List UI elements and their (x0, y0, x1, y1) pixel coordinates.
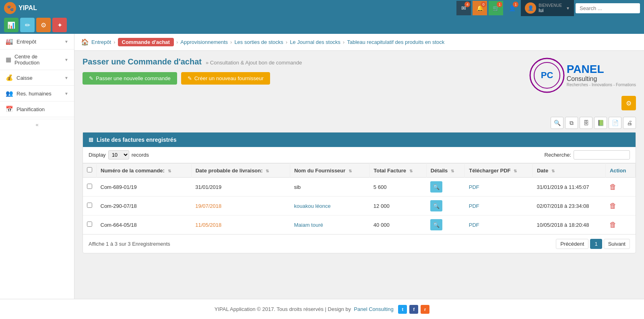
sidebar-item-planning[interactable]: 📅 Planification (0, 102, 74, 117)
breadcrumb-appro[interactable]: Approvisionnements (180, 39, 228, 45)
new-supplier-icon: ✎ (188, 75, 192, 81)
col-date-label: Date (537, 168, 548, 174)
row3-total: 40 000 (369, 215, 426, 234)
records-label: records (132, 152, 149, 158)
facebook-button[interactable]: f (409, 305, 418, 314)
sidebar-label-rh: Res. humaines (17, 91, 52, 97)
col-date-sort[interactable]: ⇅ (551, 169, 555, 173)
row2-checkbox[interactable] (87, 203, 92, 208)
sidebar-item-entrepot[interactable]: 🏭 Entrepôt ▼ (0, 34, 74, 50)
breadcrumb-journal[interactable]: Le Journal des stocks (290, 39, 341, 45)
row2-delete-button[interactable]: 🗑 (609, 202, 617, 210)
sidebar-label-production: Centre de Production (14, 54, 61, 66)
col-pdf-sort[interactable]: ⇅ (514, 169, 517, 173)
select-all-checkbox[interactable] (87, 167, 92, 172)
notifications-button[interactable]: 🔔 0 (473, 1, 487, 15)
search-label: Recherche: (545, 152, 571, 158)
col-checkbox (83, 164, 97, 178)
row3-action: 🗑 (605, 215, 635, 234)
company-logo: PC PANEL Consulting Recherches - Innovat… (529, 57, 636, 93)
entrepot-icon: 🏭 (6, 38, 13, 45)
notifications-badge: 0 (481, 2, 486, 7)
messages-badge: 4 (464, 2, 470, 7)
col-numero-sort[interactable]: ⇅ (168, 169, 171, 173)
logo-sub: Recherches - Innovations - Formations (567, 83, 636, 87)
next-button[interactable]: Suivant (604, 239, 630, 249)
toolbar-icons: 📊 ✏ ⚙ ✦ (0, 16, 644, 34)
sidebar-item-rh[interactable]: 👥 Res. humaines ▼ (0, 86, 74, 102)
cart-button[interactable]: 🛒 1 (489, 1, 503, 15)
col-action-label: Action (610, 168, 626, 174)
page-title-section: Passer une Commande d'achat » Consultati… (83, 57, 302, 91)
tbl-db-button[interactable]: 🗄 (580, 117, 592, 129)
row2-date-livraison: 19/07/2018 (191, 197, 290, 215)
row1-fournisseur: sib (290, 178, 369, 197)
row3-pdf[interactable]: PDF (465, 215, 533, 234)
new-supplier-button[interactable]: ✎ Créer un nouveau fournisseur (181, 72, 270, 85)
col-date-livraison-label: Date probable de livraison: (196, 168, 263, 174)
col-numero: Numéro de la commande: ⇅ (97, 164, 192, 178)
table-search-input[interactable] (574, 150, 630, 160)
sidebar: 🏭 Entrepôt ▼ ▦ Centre de Production ▼ 💰 … (0, 34, 74, 299)
row3-checkbox[interactable] (87, 222, 92, 227)
logo-consulting: Consulting (567, 75, 636, 83)
breadcrumb-commande[interactable]: Commande d'achat (118, 38, 174, 46)
toolbar-chart-button[interactable]: 📊 (4, 18, 19, 32)
entrepot-arrow-icon: ▼ (64, 39, 68, 44)
row2-fournisseur: kouakou léonce (290, 197, 369, 215)
row1-delete-button[interactable]: 🗑 (609, 183, 617, 191)
col-total-sort[interactable]: ⇅ (409, 169, 413, 173)
row2-checkbox-cell (83, 197, 97, 215)
prev-button[interactable]: Précédent (556, 239, 588, 249)
table-row: Com-689-01/19 31/01/2019 sib 5 600 🔍 PDF… (83, 178, 636, 197)
breadcrumb-tableau[interactable]: Tableau recapitulatif des produits en st… (347, 39, 444, 45)
breadcrumb-sep-4: › (343, 39, 345, 45)
twitter-button[interactable]: t (398, 305, 407, 314)
breadcrumb: 🏠 Entrepôt › Commande d'achat › Approvis… (74, 34, 644, 51)
tbl-search-button[interactable]: 🔍 (551, 117, 564, 129)
col-date-livraison-sort[interactable]: ⇅ (266, 169, 269, 173)
page-1-button[interactable]: 1 (590, 239, 602, 249)
search-control: Recherche: (545, 150, 630, 160)
row3-detail-button[interactable]: 🔍 (430, 219, 442, 230)
pagination-info: Affiche 1 à 3 sur 3 Enregistrements (89, 241, 170, 247)
row2-details: 🔍 (426, 197, 465, 215)
toolbar-settings-button[interactable]: ⚙ (36, 18, 51, 32)
row1-detail-button[interactable]: 🔍 (430, 181, 442, 193)
col-details-sort[interactable]: ⇅ (451, 169, 454, 173)
messages-button[interactable]: ✉ 4 (456, 1, 471, 15)
footer-link[interactable]: Panel Consulting (354, 306, 393, 312)
display-select[interactable]: 10 25 50 100 (108, 150, 129, 160)
user-button[interactable]: 👤 1 (505, 1, 519, 15)
user-dropdown-icon[interactable]: ▼ (566, 6, 570, 10)
row3-fournisseur: Maiam touré (290, 215, 369, 234)
tbl-excel-button[interactable]: 📗 (594, 117, 607, 129)
pagination-buttons: Précédent 1 Suivant (556, 239, 630, 249)
row3-numero: Com-664-05/18 (97, 215, 192, 234)
content-area: 🏠 Entrepôt › Commande d'achat › Approvis… (74, 34, 644, 299)
toolbar-edit-button[interactable]: ✏ (20, 18, 35, 32)
col-fournisseur-sort[interactable]: ⇅ (349, 169, 352, 173)
rss-button[interactable]: r (421, 305, 429, 314)
sidebar-item-caisse[interactable]: 💰 Caisse ▼ (0, 70, 74, 86)
row1-details: 🔍 (426, 178, 465, 197)
breadcrumb-sorties[interactable]: Les sorties de stocks (234, 39, 283, 45)
new-order-button[interactable]: ✎ Passer une nouvelle commande (83, 72, 177, 85)
page-subtitle: » Consultation & Ajout bon de commande (206, 60, 302, 66)
col-total: Total Facture ⇅ (369, 164, 426, 178)
tbl-print-button[interactable]: 🖨 (623, 117, 636, 129)
sidebar-collapse-button[interactable]: « (0, 119, 74, 130)
toolbar-share-button[interactable]: ✦ (52, 18, 67, 32)
sidebar-item-production[interactable]: ▦ Centre de Production ▼ (0, 50, 74, 70)
row2-pdf[interactable]: PDF (465, 197, 533, 215)
row3-delete-button[interactable]: 🗑 (609, 221, 617, 229)
row1-pdf[interactable]: PDF (465, 178, 533, 197)
breadcrumb-home[interactable]: Entrepôt (91, 39, 111, 45)
row1-checkbox[interactable] (87, 184, 92, 189)
col-details: Détails ⇅ (426, 164, 465, 178)
search-input[interactable] (576, 3, 640, 13)
tbl-copy-button[interactable]: ⧉ (565, 117, 578, 129)
tbl-pdf-button[interactable]: 📄 (609, 117, 621, 129)
row2-detail-button[interactable]: 🔍 (430, 200, 442, 211)
settings-button[interactable]: ⚙ (621, 96, 636, 110)
